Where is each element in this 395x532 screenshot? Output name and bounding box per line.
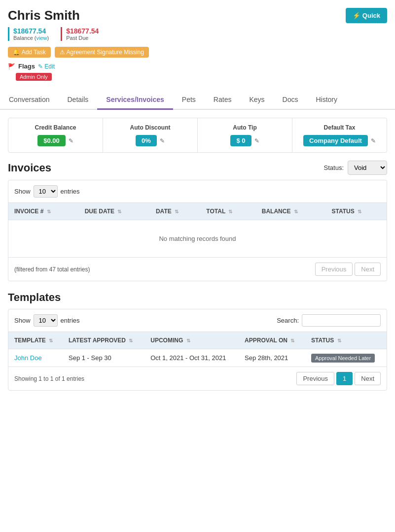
- tab-services-invoices[interactable]: Services/Invoices: [97, 91, 173, 110]
- invoices-prev-button[interactable]: Previous: [315, 263, 353, 276]
- balance-view-link[interactable]: view: [36, 35, 47, 41]
- credit-balance-title: Credit Balance: [16, 124, 95, 131]
- invoices-table-wrapper: Show 10 25 50 entries INVOICE # ⇅ DUE DA…: [8, 180, 387, 281]
- status-select[interactable]: Void Paid Unpaid All: [348, 161, 387, 175]
- action-row: 🔔 Add Task ⚠ Agreement Signature Missing: [0, 44, 395, 61]
- balance-row: $18677.54 Balance (view) $18677.54 Past …: [0, 27, 395, 44]
- table-row: John Doe Sep 1 - Sep 30 Oct 1, 2021 - Oc…: [8, 349, 387, 367]
- sort-icon-total: ⇅: [228, 209, 232, 214]
- auto-tip-edit-icon[interactable]: ✎: [254, 137, 259, 144]
- sort-icon-date: ⇅: [175, 209, 179, 214]
- tab-conversation[interactable]: Conversation: [0, 91, 59, 110]
- templates-showing-text: Showing 1 to 1 of 1 entries: [14, 375, 84, 382]
- auto-discount-edit-icon[interactable]: ✎: [160, 137, 165, 144]
- templates-table-header-row: TEMPLATE ⇅ LATEST APPROVED ⇅ UPCOMING ⇅ …: [8, 332, 387, 349]
- col-balance: BALANCE ⇅: [256, 203, 326, 220]
- templates-prev-button[interactable]: Previous: [296, 372, 334, 385]
- balance-label: Balance (view): [13, 35, 49, 41]
- auto-tip-value-row: $ 0 ✎: [230, 135, 259, 146]
- sort-icon-status: ⇅: [358, 209, 361, 214]
- auto-discount-card: Auto Discount 0% ✎: [103, 118, 198, 152]
- auto-tip-card: Auto Tip $ 0 ✎: [198, 118, 292, 152]
- col-total: TOTAL ⇅: [200, 203, 255, 220]
- col-status: STATUS ⇅: [325, 203, 387, 220]
- default-tax-title: Default Tax: [300, 124, 379, 131]
- templates-show-row: Show 10 25 50 entries: [14, 314, 80, 327]
- admin-badge-row: Admin Only: [0, 72, 395, 85]
- templates-entries-select[interactable]: 10 25 50: [34, 314, 58, 327]
- tab-bar: Conversation Details Services/Invoices P…: [0, 91, 395, 110]
- templates-table-controls: Show 10 25 50 entries Search:: [8, 309, 387, 332]
- templates-section: Templates Show 10 25 50 entries Search: …: [8, 291, 387, 391]
- sort-icon-approval: ⇅: [290, 338, 294, 343]
- upcoming-cell: Oct 1, 2021 - Oct 31, 2021: [144, 349, 239, 367]
- flags-label: Flags: [18, 63, 35, 70]
- status-filter: Status: Void Paid Unpaid All: [324, 161, 387, 175]
- add-task-button[interactable]: 🔔 Add Task: [8, 47, 51, 58]
- invoices-table: INVOICE # ⇅ DUE DATE ⇅ DATE ⇅ TOTAL ⇅ BA…: [8, 202, 387, 258]
- balance-amount: $18677.54: [13, 27, 49, 35]
- sort-icon-invoice: ⇅: [47, 209, 51, 214]
- auto-tip-value: $ 0: [230, 135, 251, 146]
- invoices-next-button[interactable]: Next: [355, 263, 381, 276]
- tab-docs[interactable]: Docs: [274, 91, 307, 110]
- auto-discount-title: Auto Discount: [111, 124, 189, 131]
- status-label: Status:: [324, 164, 344, 171]
- flags-row: 🚩 Flags ✎ Edit: [0, 61, 395, 72]
- templates-table-footer: Showing 1 to 1 of 1 entries Previous 1 N…: [8, 367, 387, 390]
- credit-balance-card: Credit Balance $0.00 ✎: [8, 118, 103, 152]
- sort-icon-template: ⇅: [49, 338, 53, 343]
- sort-icon-balance: ⇅: [294, 209, 298, 214]
- tab-history[interactable]: History: [307, 91, 346, 110]
- templates-title: Templates: [8, 291, 61, 304]
- col-template: TEMPLATE ⇅: [8, 332, 63, 349]
- approval-badge: Approval Needed Later: [311, 354, 375, 363]
- default-tax-card: Default Tax Company Default ✎: [292, 118, 387, 152]
- templates-header: Templates: [8, 291, 387, 304]
- default-tax-value: Company Default: [303, 135, 368, 146]
- latest-approved-cell: Sep 1 - Sep 30: [63, 349, 144, 367]
- templates-next-button[interactable]: Next: [355, 372, 381, 385]
- templates-pagination: Previous 1 Next: [296, 372, 381, 385]
- summary-cards: Credit Balance $0.00 ✎ Auto Discount 0% …: [8, 118, 387, 153]
- col-template-status: STATUS ⇅: [305, 332, 387, 349]
- template-link[interactable]: John Doe: [14, 354, 42, 362]
- templates-show-label: Show: [14, 317, 31, 324]
- tab-rates[interactable]: Rates: [205, 91, 241, 110]
- flag-icon: 🚩: [8, 63, 15, 70]
- sort-icon-template-status: ⇅: [337, 338, 341, 343]
- tab-keys[interactable]: Keys: [240, 91, 273, 110]
- tab-pets[interactable]: Pets: [173, 91, 205, 110]
- past-due-amount: $18677.54: [66, 27, 99, 35]
- default-tax-edit-icon[interactable]: ✎: [371, 137, 376, 144]
- invoices-entries-label: entries: [61, 188, 80, 195]
- templates-table: TEMPLATE ⇅ LATEST APPROVED ⇅ UPCOMING ⇅ …: [8, 332, 387, 367]
- templates-search-input[interactable]: [302, 314, 381, 327]
- col-latest-approved: LATEST APPROVED ⇅: [63, 332, 144, 349]
- invoices-pagination: Previous Next: [315, 263, 381, 276]
- agreement-button[interactable]: ⚠ Agreement Signature Missing: [55, 47, 149, 58]
- invoices-entries-select[interactable]: 10 25 50: [34, 185, 58, 198]
- invoices-show-row: Show 10 25 50 entries: [14, 185, 80, 198]
- no-records-row: No matching records found: [8, 220, 387, 258]
- col-date: DATE ⇅: [150, 203, 200, 220]
- auto-tip-title: Auto Tip: [206, 124, 284, 131]
- invoices-filtered-text: (filtered from 47 total entries): [14, 266, 90, 273]
- template-status-cell: Approval Needed Later: [305, 349, 387, 367]
- invoices-header: Invoices Status: Void Paid Unpaid All: [8, 161, 387, 175]
- past-due-item: $18677.54 Past Due: [61, 27, 99, 41]
- edit-link[interactable]: ✎ Edit: [38, 63, 55, 70]
- invoices-title: Invoices: [8, 162, 51, 174]
- col-invoice-num: INVOICE # ⇅: [8, 203, 79, 220]
- templates-table-wrapper: Show 10 25 50 entries Search: TEMPLATE ⇅…: [8, 309, 387, 391]
- approval-on-cell: Sep 28th, 2021: [239, 349, 305, 367]
- col-upcoming: UPCOMING ⇅: [144, 332, 239, 349]
- quick-button[interactable]: ⚡ Quick: [346, 8, 387, 23]
- sort-icon-upcoming: ⇅: [186, 338, 190, 343]
- col-due-date: DUE DATE ⇅: [79, 203, 150, 220]
- tab-details[interactable]: Details: [59, 91, 98, 110]
- credit-balance-value-row: $0.00 ✎: [37, 135, 73, 146]
- credit-balance-edit-icon[interactable]: ✎: [69, 137, 73, 144]
- balance-item: $18677.54 Balance (view): [8, 27, 49, 41]
- templates-page-1-button[interactable]: 1: [336, 372, 353, 385]
